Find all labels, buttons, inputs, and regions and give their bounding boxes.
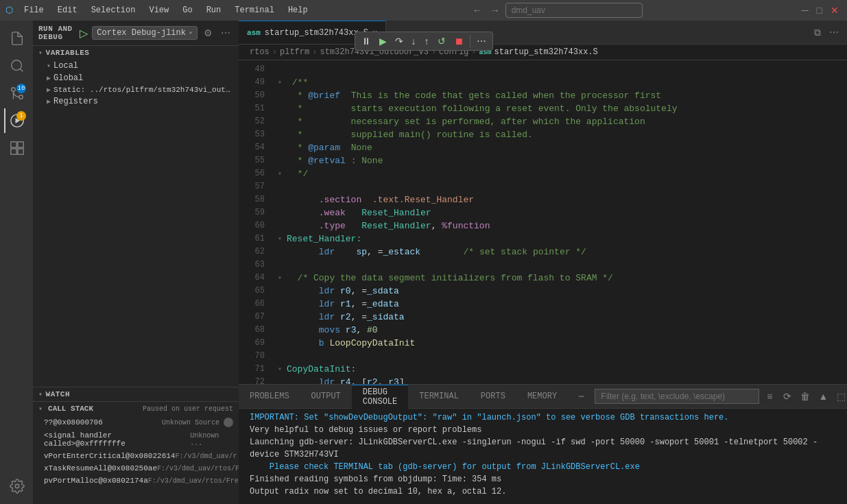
debug-pause-button[interactable]: ⏸ (358, 34, 374, 49)
nav-back-button[interactable]: ← (470, 3, 485, 17)
breadcrumb-file[interactable]: startup_stm32h743xx.S (494, 47, 598, 57)
code-line-66: 66 ldr r1, =_edata (239, 298, 847, 311)
watch-label: Watch (46, 390, 71, 398)
stack-func-0: ??@0x08000706 (44, 418, 103, 427)
panel-tab-debug-console[interactable]: DEBUG CONSOLE (352, 385, 408, 409)
code-line-71: 71 ▾ CopyDataInit: (239, 363, 847, 376)
menu-edit[interactable]: Edit (52, 0, 83, 21)
nav-forward-button[interactable]: → (488, 3, 503, 17)
debug-continue-button[interactable]: ▶ (376, 34, 390, 49)
debug-step-over-button[interactable]: ↷ (392, 34, 407, 49)
svg-point-0 (12, 60, 22, 71)
activity-extensions[interactable] (4, 136, 29, 160)
stack-item-0[interactable]: ??@0x08000706 Unknown Source (33, 416, 239, 429)
code-line-69: 69 b LoopCopyDataInit (239, 337, 847, 350)
menu-go[interactable]: Go (177, 0, 198, 21)
maximize-button[interactable]: □ (814, 3, 825, 17)
panel-tab-problems[interactable]: PROBLEMS (239, 385, 300, 409)
variables-global[interactable]: ▶ Global (33, 72, 239, 84)
stack-func-3: xTaskResumeAll@0x080250ae (44, 464, 157, 472)
watch-section-header[interactable]: ▾ Watch (33, 387, 239, 401)
activity-settings[interactable] (4, 474, 29, 499)
code-line-56: 56 ▾ */ (239, 167, 847, 180)
stack-source-4: F:/v3/dmd_uav/rtos/Fre... (148, 477, 239, 485)
variables-local-label: Local (53, 61, 78, 71)
stack-item-1[interactable]: <signal handler called>@0xfffffffe Unkno… (33, 429, 239, 450)
variables-static-label: Static: ../rtos/pltfrm/stm32h743vi_outdo… (53, 86, 233, 94)
code-line-49: 49 ▾ /** (239, 76, 847, 89)
code-line-60: 60 .type Reset_Handler, %function (239, 219, 847, 232)
debug-settings-button[interactable]: ⚙ (200, 25, 215, 40)
activity-search[interactable] (4, 53, 29, 78)
debug-step-out-button[interactable]: ↑ (421, 34, 433, 49)
debug-config-label: Cortex Debug-jlink (97, 28, 186, 38)
breadcrumb-rtos[interactable]: rtos (250, 47, 270, 57)
code-line-55: 55 * @retval : None (239, 154, 847, 167)
stack-item-2[interactable]: vPortEnterCritical@0x08022614 F:/v3/dmd_… (33, 450, 239, 462)
activity-explorer[interactable] (4, 26, 29, 51)
activity-source-control[interactable]: 10 (4, 81, 29, 106)
menu-view[interactable]: View (143, 0, 174, 21)
breadcrumb-sep-0: › (272, 47, 277, 57)
debug-title: Run and Debug (38, 25, 75, 41)
code-line-53: 53 * supplied main() routine is called. (239, 128, 847, 141)
menu-selection[interactable]: Selection (86, 0, 141, 21)
clear-console-button[interactable]: 🗑 (798, 389, 813, 404)
debug-restart-button[interactable]: ↺ (434, 34, 449, 49)
callstack-label: Call Stack (48, 405, 93, 413)
menu-run[interactable]: Run (201, 0, 227, 21)
panel-tab-more[interactable]: ⋯ (568, 385, 595, 409)
variables-registers[interactable]: ▶ Registers (33, 95, 239, 108)
global-chevron-icon: ▶ (47, 74, 51, 82)
variables-static[interactable]: ▶ Static: ../rtos/pltfrm/stm32h743vi_out… (33, 84, 239, 95)
stack-item-4[interactable]: pvPortMalloc@0x0802174a F:/v3/dmd_uav/rt… (33, 475, 239, 487)
title-search-input[interactable] (505, 3, 643, 18)
code-line-61: 61 ▾ Reset_Handler: (239, 232, 847, 245)
console-filter-input[interactable] (595, 389, 759, 404)
watch-chevron-icon: ▾ (38, 390, 43, 398)
close-button[interactable]: ✕ (828, 3, 842, 17)
debug-badge: 1 (16, 111, 26, 121)
variables-local[interactable]: ▾ Local (33, 60, 239, 72)
more-actions-button[interactable]: ⋯ (826, 25, 842, 40)
debug-stop-button[interactable]: ⏹ (451, 34, 467, 49)
bottom-panel: PROBLEMS OUTPUT DEBUG CONSOLE TERMINAL P… (239, 384, 847, 504)
code-line-68: 68 movs r3, #0 (239, 324, 847, 337)
debug-more-controls-button[interactable]: ⋯ (473, 34, 490, 49)
callstack-chevron-icon: ▾ (38, 405, 43, 413)
static-chevron-icon: ▶ (47, 86, 51, 94)
panel-tab-memory[interactable]: MEMORY (516, 385, 568, 409)
filter-icon[interactable]: ≡ (762, 389, 777, 404)
code-line-58: 58 .section .text.Reset_Handler (239, 193, 847, 206)
debug-play-button[interactable]: ▷ (78, 25, 89, 41)
panel-tab-output[interactable]: OUTPUT (300, 385, 352, 409)
breadcrumb-pltfrm[interactable]: pltfrm (280, 47, 309, 57)
editor-area: asm startup_stm32h743xx.S ✕ ⧉ ⋯ rtos › p… (239, 21, 847, 504)
call-stack-header[interactable]: ▾ Call Stack Paused on user request (33, 402, 239, 416)
code-editor[interactable]: 48 49 ▾ /** 50 * @brief This is the code… (239, 60, 847, 384)
code-line-54: 54 * @param None (239, 141, 847, 154)
variables-chevron-icon: ▾ (38, 49, 43, 57)
stack-item-3[interactable]: xTaskResumeAll@0x080250ae F:/v3/dmd_uav/… (33, 462, 239, 475)
panel-tab-ports[interactable]: PORTS (470, 385, 516, 409)
debug-config-selector[interactable]: Cortex Debug-jlink ▾ (92, 26, 198, 40)
breadcrumb-sep-1: › (312, 47, 317, 57)
code-line-65: 65 ldr r0, =_sdata (239, 285, 847, 298)
collapse-panel-button[interactable]: ▲ (815, 389, 831, 404)
panel-tab-terminal[interactable]: TERMINAL (408, 385, 470, 409)
menu-terminal[interactable]: Terminal (229, 0, 280, 21)
split-editor-button[interactable]: ⧉ (810, 25, 825, 40)
debug-step-into-button[interactable]: ↓ (408, 34, 420, 49)
maximize-panel-button[interactable]: ⬚ (833, 389, 847, 404)
minimize-button[interactable]: ─ (799, 3, 811, 17)
source-control-badge: 10 (16, 84, 26, 93)
scroll-lock-button[interactable]: ⟳ (780, 389, 795, 404)
menu-help[interactable]: Help (283, 0, 313, 21)
svg-rect-4 (11, 142, 16, 147)
activity-debug[interactable]: 1 (4, 108, 29, 133)
stack-source-2: F:/v3/dmd_uav/r... (175, 453, 239, 460)
menu-file[interactable]: File (19, 0, 49, 21)
debug-more-button[interactable]: ⋯ (218, 25, 233, 40)
variables-section-header[interactable]: ▾ Variables (33, 46, 239, 60)
toolbar-separator (470, 35, 470, 47)
